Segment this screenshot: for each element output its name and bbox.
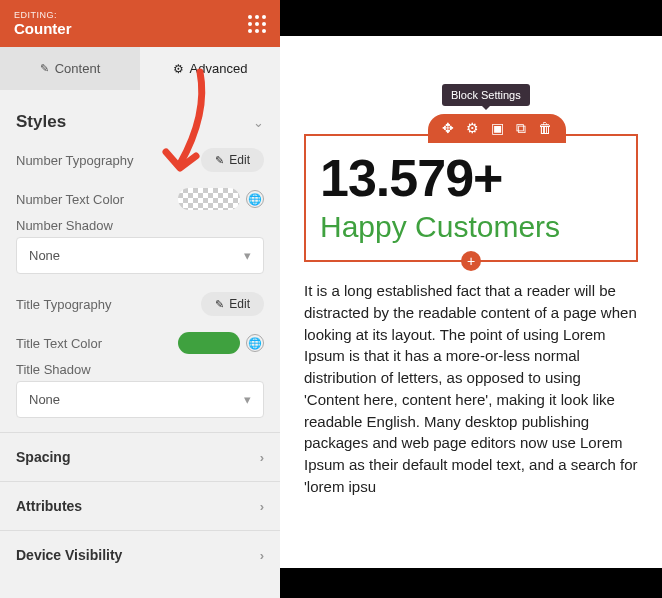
block-title: Counter xyxy=(14,20,72,37)
number-text-color-label: Number Text Color xyxy=(16,192,124,207)
chevron-right-icon: › xyxy=(260,450,264,465)
number-shadow-label: Number Shadow xyxy=(16,218,264,233)
sliders-icon: ⚙ xyxy=(173,62,184,76)
accordion-label: Attributes xyxy=(16,498,82,514)
tab-label: Advanced xyxy=(190,61,248,76)
add-block-button[interactable]: + xyxy=(461,251,481,271)
styles-section: Styles ⌄ Number Typography ✎ Edit Number… xyxy=(0,90,280,432)
delete-icon[interactable]: 🗑 xyxy=(538,120,552,137)
color-swatch-transparent[interactable] xyxy=(178,188,240,210)
pencil-icon: ✎ xyxy=(215,154,224,167)
section-title: Styles xyxy=(16,112,66,132)
pencil-icon: ✎ xyxy=(215,298,224,311)
tab-content[interactable]: ✎ Content xyxy=(0,47,140,90)
number-shadow-select[interactable]: None ▾ xyxy=(16,237,264,274)
counter-subtitle: Happy Customers xyxy=(320,210,622,244)
number-typography-label: Number Typography xyxy=(16,153,134,168)
chevron-right-icon: › xyxy=(260,548,264,563)
preview-top-bar xyxy=(280,0,662,36)
attributes-accordion[interactable]: Attributes › xyxy=(0,481,280,530)
tabs: ✎ Content ⚙ Advanced xyxy=(0,47,280,90)
button-label: Edit xyxy=(229,297,250,311)
preview-pane: Block Settings ✥ ⚙ ▣ ⧉ 🗑 13.579+ Happy C… xyxy=(280,0,662,598)
counter-block[interactable]: 13.579+ Happy Customers xyxy=(304,134,638,262)
counter-number: 13.579+ xyxy=(320,148,622,208)
accordion-label: Device Visibility xyxy=(16,547,122,563)
move-icon[interactable]: ✥ xyxy=(442,120,454,137)
caret-down-icon: ▾ xyxy=(244,248,251,263)
editor-sidebar: EDITING: Counter ✎ Content ⚙ Advanced St… xyxy=(0,0,280,598)
preview-bottom-bar xyxy=(280,568,662,598)
save-icon[interactable]: ▣ xyxy=(491,120,504,137)
title-text-color-label: Title Text Color xyxy=(16,336,102,351)
globe-icon[interactable]: 🌐 xyxy=(246,334,264,352)
settings-icon[interactable]: ⚙ xyxy=(466,120,479,137)
title-typography-label: Title Typography xyxy=(16,297,111,312)
button-label: Edit xyxy=(229,153,250,167)
editing-label: EDITING: xyxy=(14,10,72,20)
block-toolbar: ✥ ⚙ ▣ ⧉ 🗑 xyxy=(428,114,566,143)
chevron-down-icon[interactable]: ⌄ xyxy=(253,115,264,130)
paragraph-text: It is a long established fact that a rea… xyxy=(304,280,638,498)
number-typography-edit-button[interactable]: ✎ Edit xyxy=(201,148,264,172)
title-shadow-label: Title Shadow xyxy=(16,362,264,377)
pencil-icon: ✎ xyxy=(40,62,49,75)
color-swatch-green[interactable] xyxy=(178,332,240,354)
caret-down-icon: ▾ xyxy=(244,392,251,407)
select-value: None xyxy=(29,248,60,263)
tab-advanced[interactable]: ⚙ Advanced xyxy=(140,47,280,90)
tab-label: Content xyxy=(55,61,101,76)
title-typography-edit-button[interactable]: ✎ Edit xyxy=(201,292,264,316)
device-visibility-accordion[interactable]: Device Visibility › xyxy=(0,530,280,579)
spacing-accordion[interactable]: Spacing › xyxy=(0,432,280,481)
tooltip: Block Settings xyxy=(442,84,530,106)
globe-icon[interactable]: 🌐 xyxy=(246,190,264,208)
chevron-right-icon: › xyxy=(260,499,264,514)
select-value: None xyxy=(29,392,60,407)
copy-icon[interactable]: ⧉ xyxy=(516,120,526,137)
sidebar-header: EDITING: Counter xyxy=(0,0,280,47)
accordion-label: Spacing xyxy=(16,449,70,465)
drag-handle-icon[interactable] xyxy=(248,15,266,33)
title-shadow-select[interactable]: None ▾ xyxy=(16,381,264,418)
